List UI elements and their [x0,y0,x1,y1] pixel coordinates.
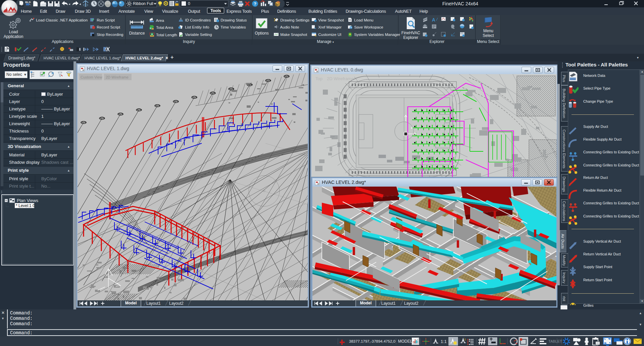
svg-text:1:1: 1:1 [441,339,447,344]
svg-text:38377.1797,-37894.4752,0: 38377.1797,-37894.4752,0 [349,339,395,343]
svg-text:BLD: BLD [25,1,31,4]
svg-text:Plan Views: Plan Views [17,198,39,203]
svg-text:0: 0 [188,1,190,6]
svg-text:* Level:1 0: * Level:1 0 [16,203,35,208]
svg-text:Ribbon Full: Ribbon Full [133,1,153,6]
svg-text:?: ? [254,1,256,6]
svg-text:TABLET: TABLET [548,339,562,343]
svg-text:2D Wireframe: 2D Wireframe [106,75,129,79]
svg-text:Custom View: Custom View [81,75,102,79]
svg-text:A: A [432,17,435,22]
svg-text:A: A [105,48,108,51]
svg-text:FineHVAC 24x64: FineHVAC 24x64 [442,1,478,6]
svg-text:2D Wireframe: 2D Wireframe [327,76,354,81]
svg-text:Top: Top [315,76,323,81]
svg-text:MODEL: MODEL [398,339,412,344]
